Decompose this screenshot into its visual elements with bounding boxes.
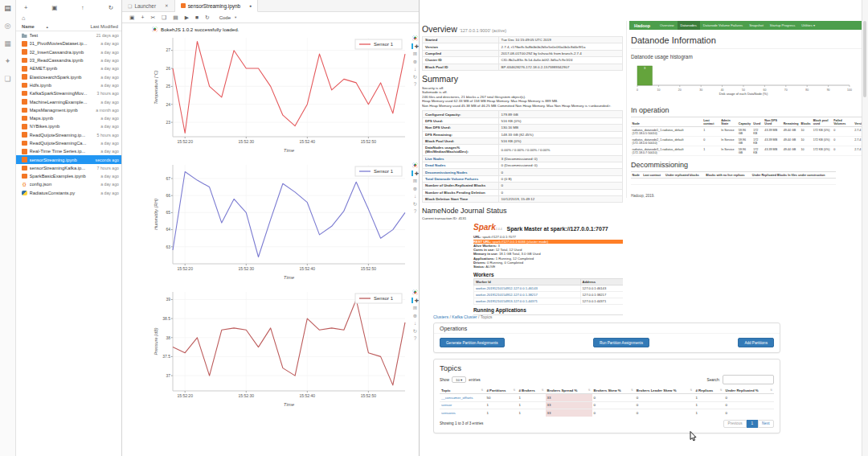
box-zoom-tool-icon[interactable]: ⊞ bbox=[413, 51, 417, 56]
file-item[interactable]: 03_ReadCassandra.ipynba day ago bbox=[16, 56, 121, 64]
table-link[interactable]: worker-20191210154913-127.0.0.1-44371 bbox=[476, 299, 538, 303]
column-header[interactable]: ⇅Brokers Skew % bbox=[592, 387, 635, 394]
file-item[interactable]: ReadQuijoteStreamingCa...a day ago bbox=[16, 139, 121, 147]
file-item[interactable]: NYBikes.ipynba day ago bbox=[16, 122, 121, 130]
column-header[interactable]: ⇅Brokers Leader Skew % bbox=[635, 387, 694, 394]
help-tool-icon[interactable]: ? bbox=[414, 208, 417, 214]
reset-tool-icon[interactable]: ↻ bbox=[413, 74, 417, 80]
file-item[interactable]: sensorStreaming.ipynbseconds ago bbox=[16, 155, 121, 163]
bokeh-logo-icon[interactable] bbox=[412, 290, 418, 295]
wheel-zoom-tool-icon[interactable]: ⊕ bbox=[413, 313, 417, 318]
file-item[interactable]: sensorStreamingKafka.ip...7 hours ago bbox=[16, 164, 121, 172]
wheel-zoom-tool-icon[interactable]: ⊕ bbox=[413, 186, 417, 191]
table-link[interactable]: worker-20191210154912-127.0.0.1-38217 bbox=[476, 293, 538, 297]
column-header[interactable]: ⇅Brokers Spread % bbox=[546, 387, 592, 394]
summary-link[interactable]: Total Datanode Volume Failures bbox=[423, 175, 499, 182]
table-link[interactable]: worker-20191210154912-127.0.0.1-46143 bbox=[476, 286, 538, 290]
box-zoom-tool-icon[interactable]: ⊞ bbox=[413, 305, 417, 310]
cell-type-dropdown[interactable]: Code▾ bbox=[219, 15, 237, 20]
file-item[interactable]: KafkaSparkStreamingMov...3 hours ago bbox=[16, 89, 121, 97]
cut-cells-icon[interactable]: ✂ bbox=[150, 14, 155, 21]
summary-link[interactable]: Live Nodes bbox=[423, 155, 499, 162]
current-page-button[interactable]: 1 bbox=[747, 420, 758, 428]
close-icon[interactable]: ✕ bbox=[165, 3, 169, 8]
scrollbar-thumb[interactable] bbox=[863, 21, 866, 97]
column-name[interactable]: Name bbox=[22, 24, 35, 29]
bokeh-logo-icon[interactable] bbox=[412, 162, 418, 168]
topic-link[interactable]: __consumer_offsets bbox=[441, 396, 473, 400]
column-header[interactable]: ⇅# Partitions bbox=[485, 387, 517, 394]
column-header[interactable]: ⇅Under Replicated % bbox=[724, 387, 774, 394]
reset-tool-icon[interactable]: ↻ bbox=[413, 328, 417, 334]
topic-cell[interactable]: sensor bbox=[440, 401, 485, 409]
copy-cells-icon[interactable]: ❑ bbox=[162, 14, 166, 21]
files-icon[interactable]: ▤ bbox=[4, 5, 11, 12]
tab-launcher[interactable]: ❏ Launcher ✕ bbox=[122, 0, 175, 11]
nav-item-datanodes[interactable]: Datanodes bbox=[678, 21, 700, 30]
line-chart-temperature[interactable]: 232425262715:52:2015:52:3015:52:4015:52:… bbox=[152, 34, 409, 158]
topic-link[interactable]: sensor bbox=[441, 403, 452, 407]
file-item[interactable]: 01_PivotMoviesDataset.ip...a day ago bbox=[16, 39, 121, 47]
file-item[interactable]: Real-Time Time Series.ip...a day ago bbox=[16, 147, 121, 155]
file-item[interactable]: ReadQuijoteStreaming.ip...5 hours ago bbox=[16, 131, 121, 139]
file-item[interactable]: MachineLearningExample...a day ago bbox=[16, 97, 121, 105]
file-item[interactable]: MapsManagment.ipynba month ago bbox=[16, 106, 121, 114]
breadcrumb-link[interactable]: Clusters bbox=[433, 314, 448, 319]
file-item[interactable]: Hdfs.ipynba day ago bbox=[16, 81, 121, 89]
column-header[interactable]: ⇅# Replicas bbox=[694, 387, 723, 394]
box-zoom-tool-icon[interactable]: ⊞ bbox=[413, 178, 417, 183]
column-header[interactable]: ⇅Topic bbox=[440, 387, 485, 394]
paste-cells-icon[interactable]: ▤ bbox=[173, 14, 178, 21]
open-tabs-icon[interactable]: ❏ bbox=[4, 76, 10, 83]
page-scrollbar[interactable] bbox=[862, 0, 868, 456]
stop-kernel-icon[interactable]: ■ bbox=[195, 14, 199, 20]
tab-sensorstreaming-notebook[interactable]: sensorStreaming.ipynb ● bbox=[175, 0, 258, 12]
property-inspector-icon[interactable]: ✦ bbox=[5, 58, 11, 65]
file-item[interactable]: RadiatusConstants.pya day ago bbox=[16, 189, 121, 197]
restart-kernel-icon[interactable]: ↻ bbox=[205, 14, 210, 21]
file-item[interactable]: ElasticsearchSpark.ipynba day ago bbox=[16, 72, 121, 80]
dirty-indicator[interactable]: ● bbox=[249, 3, 252, 8]
refresh-icon[interactable]: ↻ bbox=[108, 4, 113, 11]
home-icon[interactable]: ⌂ bbox=[22, 14, 26, 22]
previous-page-button[interactable]: Previous bbox=[723, 420, 747, 428]
file-item[interactable]: SparkBasicExamples.ipynba day ago bbox=[16, 172, 121, 180]
run-cell-icon[interactable]: ▶ bbox=[185, 14, 189, 21]
pan-tool-icon[interactable]: ✚ bbox=[411, 170, 419, 176]
breadcrumb-link[interactable]: Kafka Cluster bbox=[452, 314, 477, 319]
topic-cell[interactable]: __consumer_offsets bbox=[440, 394, 485, 402]
save-tool-icon[interactable]: ↓ bbox=[414, 66, 416, 72]
summary-link[interactable]: Dead Nodes bbox=[423, 162, 499, 169]
save-tool-icon[interactable]: ↓ bbox=[414, 320, 416, 326]
nav-item-overview[interactable]: Overview bbox=[657, 21, 677, 30]
file-item[interactable]: 02_InsertCassandra.ipynba day ago bbox=[16, 48, 121, 56]
new-folder-icon[interactable]: ▣ bbox=[51, 4, 57, 11]
pan-tool-icon[interactable]: ✚ bbox=[411, 298, 419, 303]
breadcrumb[interactable]: ⌂ bbox=[16, 13, 121, 23]
line-chart-pressure[interactable]: 3737.53838.53915:52:2015:52:3015:52:4015… bbox=[152, 288, 409, 412]
line-chart-humidity[interactable]: 636465666715:52:2015:52:3015:52:4015:52:… bbox=[152, 161, 409, 285]
nav-item-datanode-volume-failures[interactable]: Datanode Volume Failures bbox=[700, 21, 746, 30]
help-tool-icon[interactable]: ? bbox=[414, 335, 417, 341]
pan-tool-icon[interactable]: ✚ bbox=[411, 43, 419, 49]
bokeh-logo-icon[interactable] bbox=[412, 35, 418, 41]
run-partition-assignments-button[interactable]: Run Partition Assignments bbox=[593, 338, 649, 347]
hadoop-brand[interactable]: Hadoop bbox=[633, 23, 652, 28]
next-page-button[interactable]: Next bbox=[758, 420, 774, 428]
column-last-modified[interactable]: Last Modified bbox=[91, 24, 118, 29]
topic-cell[interactable]: sensores bbox=[440, 409, 485, 417]
search-input[interactable] bbox=[723, 375, 774, 384]
running-sessions-icon[interactable]: ◎ bbox=[5, 23, 11, 30]
save-icon[interactable]: ▣ bbox=[129, 14, 134, 21]
file-item[interactable]: {}config.jsona day ago bbox=[16, 180, 121, 188]
save-tool-icon[interactable]: ↓ bbox=[414, 193, 416, 199]
new-launcher-icon[interactable]: + bbox=[24, 4, 27, 11]
file-item[interactable]: Maps.ipynba day ago bbox=[16, 114, 121, 122]
help-tool-icon[interactable]: ? bbox=[414, 81, 417, 87]
topic-link[interactable]: sensores bbox=[441, 411, 456, 415]
add-partitions-button[interactable]: Add Partitions bbox=[738, 338, 774, 347]
summary-link[interactable]: Decommissioning Nodes bbox=[423, 169, 499, 175]
add-cell-icon[interactable]: + bbox=[141, 14, 144, 20]
column-header[interactable]: ⇅# Brokers bbox=[517, 387, 545, 394]
command-palette-icon[interactable]: ▦ bbox=[4, 40, 11, 47]
